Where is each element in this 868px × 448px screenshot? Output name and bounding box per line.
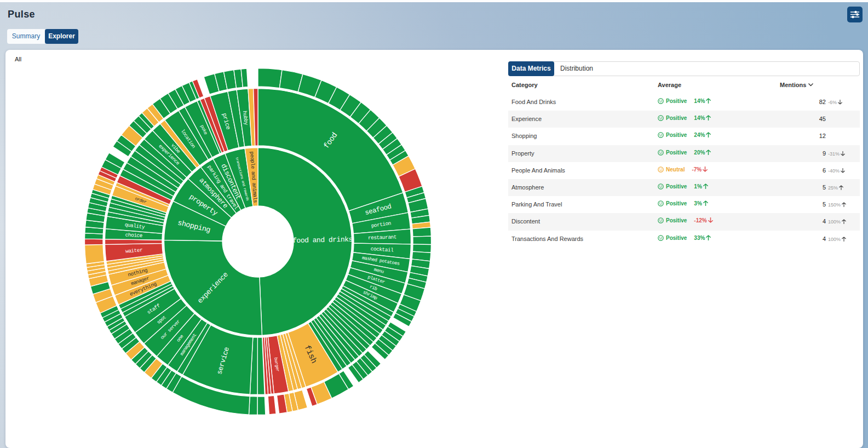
svg-text:choice: choice xyxy=(125,232,143,239)
svg-text:restaurant: restaurant xyxy=(368,234,396,241)
svg-text:food and drinks: food and drinks xyxy=(292,236,353,245)
svg-text:waiter: waiter xyxy=(125,247,143,254)
